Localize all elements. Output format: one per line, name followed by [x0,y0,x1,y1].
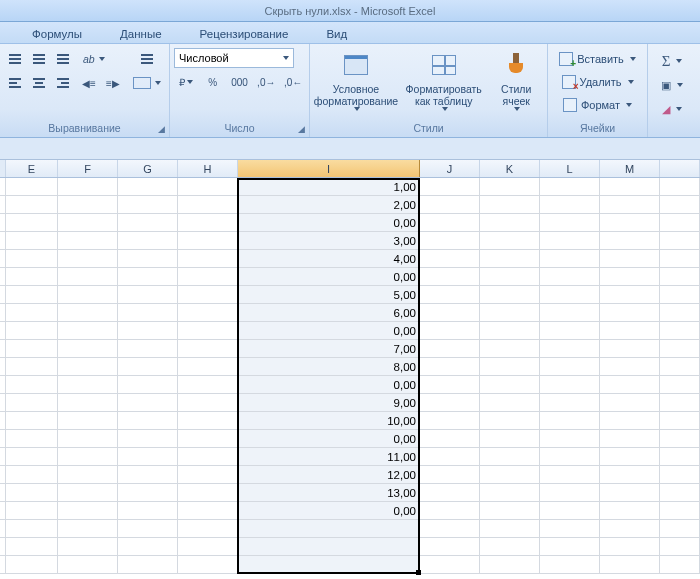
cell-L-20[interactable] [540,520,600,538]
cell-E-19[interactable] [6,502,58,520]
cell-I-7[interactable]: 5,00 [238,286,420,304]
column-header-M[interactable]: M [600,160,660,177]
cell-F-20[interactable] [58,520,118,538]
cell-K-12[interactable] [480,376,540,394]
cell-H-16[interactable] [178,448,238,466]
cell-I-12[interactable]: 0,00 [238,376,420,394]
cell-M-17[interactable] [600,466,660,484]
cell-G-2[interactable] [118,196,178,214]
cell-I-14[interactable]: 10,00 [238,412,420,430]
cell-L-2[interactable] [540,196,600,214]
cell-F-9[interactable] [58,322,118,340]
cell-K-13[interactable] [480,394,540,412]
cell-E-1[interactable] [6,178,58,196]
cell-F-12[interactable] [58,376,118,394]
cell-H-8[interactable] [178,304,238,322]
cell-L-9[interactable] [540,322,600,340]
cell-E-6[interactable] [6,268,58,286]
cell-I-20[interactable] [238,520,420,538]
percent-format-button[interactable]: % [201,71,225,93]
cell-L-16[interactable] [540,448,600,466]
cell-I-9[interactable]: 0,00 [238,322,420,340]
cell-M-3[interactable] [600,214,660,232]
cell-J-15[interactable] [420,430,480,448]
autosum-button[interactable]: Σ [652,50,692,72]
cell-M-12[interactable] [600,376,660,394]
clear-button[interactable]: ◢ [652,98,692,120]
cell-F-21[interactable] [58,538,118,556]
align-top-button[interactable] [4,48,26,70]
cell-G-21[interactable] [118,538,178,556]
align-middle-button[interactable] [28,48,50,70]
align-center-button[interactable] [28,72,50,94]
cell-styles-button[interactable]: Стили ячеек [489,48,543,118]
cell-I-5[interactable]: 4,00 [238,250,420,268]
cell-F-11[interactable] [58,358,118,376]
cell-F-1[interactable] [58,178,118,196]
cell-K-2[interactable] [480,196,540,214]
align-bottom-button[interactable] [52,48,74,70]
tab-data[interactable]: Данные [118,25,164,43]
cell-E-20[interactable] [6,520,58,538]
cell-I-21[interactable] [238,538,420,556]
cell-M-14[interactable] [600,412,660,430]
increase-indent-button[interactable]: ≡▶ [102,72,124,94]
accounting-format-button[interactable]: ₽ [174,71,198,93]
cell-K-21[interactable] [480,538,540,556]
cell-K-1[interactable] [480,178,540,196]
conditional-formatting-button[interactable]: Условное форматирование [314,48,398,118]
cell-H-2[interactable] [178,196,238,214]
cell-G-12[interactable] [118,376,178,394]
cell-M-8[interactable] [600,304,660,322]
cell-G-22[interactable] [118,556,178,574]
cell-E-22[interactable] [6,556,58,574]
cell-F-16[interactable] [58,448,118,466]
cell-K-14[interactable] [480,412,540,430]
cell-I-18[interactable]: 13,00 [238,484,420,502]
cell-F-17[interactable] [58,466,118,484]
cell-J-14[interactable] [420,412,480,430]
cell-M-21[interactable] [600,538,660,556]
cell-E-7[interactable] [6,286,58,304]
orientation-button[interactable]: ab [78,48,110,70]
cell-G-7[interactable] [118,286,178,304]
cell-M-1[interactable] [600,178,660,196]
cell-M-2[interactable] [600,196,660,214]
cell-L-13[interactable] [540,394,600,412]
cell-J-17[interactable] [420,466,480,484]
cell-G-15[interactable] [118,430,178,448]
cell-E-10[interactable] [6,340,58,358]
align-right-button[interactable] [52,72,74,94]
cell-G-6[interactable] [118,268,178,286]
fill-button[interactable]: ▣ [652,74,692,96]
cell-I-17[interactable]: 12,00 [238,466,420,484]
cell-M-13[interactable] [600,394,660,412]
cell-J-9[interactable] [420,322,480,340]
cell-F-10[interactable] [58,340,118,358]
cell-E-13[interactable] [6,394,58,412]
cell-J-18[interactable] [420,484,480,502]
cell-K-4[interactable] [480,232,540,250]
cell-I-4[interactable]: 3,00 [238,232,420,250]
cell-G-1[interactable] [118,178,178,196]
cell-H-15[interactable] [178,430,238,448]
cell-H-12[interactable] [178,376,238,394]
column-header-I[interactable]: I [238,160,420,177]
cell-M-6[interactable] [600,268,660,286]
cell-H-17[interactable] [178,466,238,484]
align-left-button[interactable] [4,72,26,94]
cell-L-7[interactable] [540,286,600,304]
cell-J-12[interactable] [420,376,480,394]
cell-L-10[interactable] [540,340,600,358]
cell-G-19[interactable] [118,502,178,520]
cell-K-9[interactable] [480,322,540,340]
cell-F-15[interactable] [58,430,118,448]
cell-F-5[interactable] [58,250,118,268]
cell-E-17[interactable] [6,466,58,484]
cell-K-18[interactable] [480,484,540,502]
cell-J-5[interactable] [420,250,480,268]
cell-G-11[interactable] [118,358,178,376]
cell-M-4[interactable] [600,232,660,250]
cell-I-1[interactable]: 1,00 [238,178,420,196]
cell-E-12[interactable] [6,376,58,394]
